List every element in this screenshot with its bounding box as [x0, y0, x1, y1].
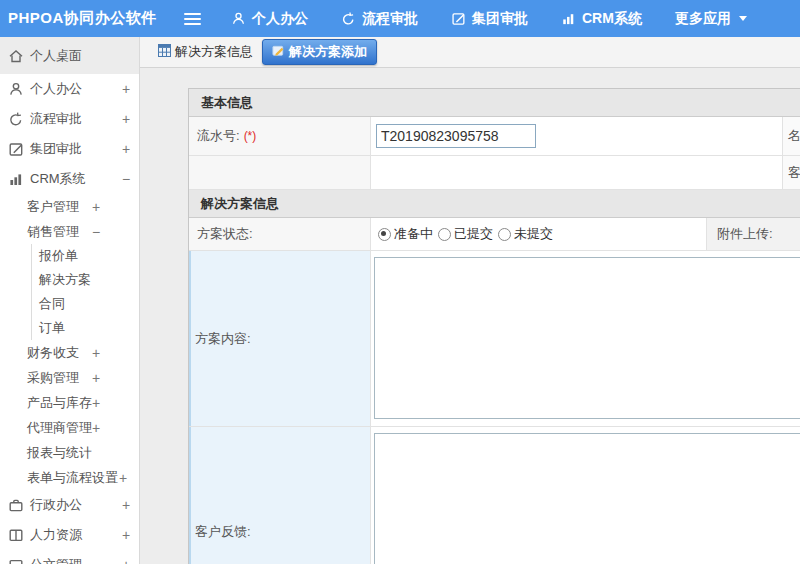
expand-toggle[interactable]: + — [119, 471, 127, 485]
radio-option-not-submitted[interactable]: 未提交 — [498, 225, 553, 243]
radio-selected-icon[interactable] — [378, 228, 391, 241]
sidebar-item-label: 产品与库存 — [27, 394, 92, 412]
briefcase-icon — [8, 497, 24, 513]
nav-item-group-approval[interactable]: 集团审批 — [451, 10, 528, 28]
sidebar-item-label: 代理商管理 — [27, 419, 92, 437]
radio-unselected-icon[interactable] — [498, 228, 511, 241]
sidebar-item-finance[interactable]: 财务收支 + — [0, 340, 139, 365]
section-header-solution-info: 解决方案信息 — [189, 190, 800, 218]
sidebar-item-group-approval[interactable]: 集团审批 + — [0, 134, 139, 164]
serial-value-cell — [371, 117, 783, 155]
radio-label: 未提交 — [514, 225, 553, 243]
sidebar-item-agent-management[interactable]: 代理商管理 + — [0, 415, 139, 440]
sidebar-item-quotation[interactable]: 报价单 — [0, 244, 139, 268]
nav-item-crm-system[interactable]: CRM系统 — [561, 10, 642, 28]
solution-form-panel: 基本信息 流水号: (*) 名称 客户 解决方案信息 方案状态: — [188, 88, 800, 564]
sidebar-item-label: 流程审批 — [30, 110, 82, 128]
hamburger-menu-icon[interactable] — [182, 6, 203, 32]
expand-toggle[interactable]: + — [92, 346, 100, 360]
attachment-label: 附件上传: — [717, 225, 773, 243]
expand-toggle[interactable]: + — [122, 112, 130, 126]
section-header-basic-info: 基本信息 — [189, 89, 800, 117]
add-button-label: 解决方案添加 — [289, 43, 367, 61]
collapse-toggle[interactable]: − — [122, 172, 130, 186]
sidebar-item-reports-statistics[interactable]: 报表与统计 — [0, 440, 139, 465]
tab-label: 解决方案信息 — [175, 43, 253, 61]
sidebar-item-contract[interactable]: 合同 — [0, 292, 139, 316]
empty-label-cell — [189, 156, 371, 189]
sidebar-item-label: 合同 — [39, 295, 65, 313]
sidebar-item-human-resources[interactable]: 人力资源 + — [0, 520, 139, 550]
expand-toggle[interactable]: + — [122, 558, 130, 564]
sidebar-item-customer-management[interactable]: 客户管理 + — [0, 194, 139, 219]
sidebar-item-label: 集团审批 — [30, 140, 82, 158]
feedback-textarea[interactable] — [374, 433, 800, 564]
solution-add-button[interactable]: 解决方案添加 — [262, 39, 377, 65]
sidebar-item-document-management[interactable]: 公文管理 + — [0, 550, 139, 564]
sidebar-item-order[interactable]: 订单 — [0, 316, 139, 340]
undo-arrow-icon — [8, 111, 24, 127]
sidebar-item-label: 解决方案 — [39, 271, 91, 289]
sidebar-item-personal-desktop[interactable]: 个人桌面 — [0, 37, 139, 74]
sidebar-item-label: 销售管理 — [27, 223, 79, 241]
main-content: 解决方案信息 解决方案添加 基本信息 流水号: (*) 名称 — [140, 37, 800, 564]
topbar: PHPOA协同办公软件 个人办公 流程审批 集团审批 CRM系统 — [0, 0, 800, 37]
radio-option-submitted[interactable]: 已提交 — [438, 225, 493, 243]
table-grid-icon — [158, 44, 171, 60]
sidebar-item-solution[interactable]: 解决方案 — [0, 268, 139, 292]
sidebar-item-label: 报表与统计 — [27, 444, 92, 462]
sidebar-item-purchasing[interactable]: 采购管理 + — [0, 365, 139, 390]
form-row-status: 方案状态: 准备中 已提交 未提交 附件上传: — [189, 218, 800, 251]
radio-unselected-icon[interactable] — [438, 228, 451, 241]
expand-toggle[interactable]: + — [92, 421, 100, 435]
document-icon — [8, 557, 24, 564]
sidebar-item-admin-office[interactable]: 行政办公 + — [0, 490, 139, 520]
collapse-toggle[interactable]: − — [92, 225, 100, 239]
person-icon — [8, 81, 24, 97]
expand-toggle[interactable]: + — [122, 142, 130, 156]
book-icon — [8, 527, 24, 543]
serial-label: 流水号: — [197, 127, 240, 145]
expand-toggle[interactable]: + — [122, 82, 130, 96]
nav-item-more-apps[interactable]: 更多应用 — [675, 10, 747, 28]
customer-label-cell: 客户 — [783, 156, 800, 189]
bar-chart-icon — [561, 11, 576, 26]
nav-label: CRM系统 — [582, 10, 642, 28]
sidebar-item-product-inventory[interactable]: 产品与库存 + — [0, 390, 139, 415]
expand-toggle[interactable]: + — [122, 498, 130, 512]
serial-number-input[interactable] — [376, 124, 536, 148]
expand-toggle[interactable]: + — [92, 200, 100, 214]
expand-toggle[interactable]: + — [122, 528, 130, 542]
customer-label: 客户 — [788, 164, 800, 182]
sidebar-item-personal-office[interactable]: 个人办公 + — [0, 74, 139, 104]
radio-option-preparing[interactable]: 准备中 — [378, 225, 433, 243]
person-icon — [231, 11, 246, 26]
sidebar-item-sales-management[interactable]: 销售管理 − — [0, 219, 139, 244]
tab-solution-info[interactable]: 解决方案信息 — [158, 43, 253, 61]
content-label-cell: 方案内容: — [189, 251, 371, 426]
content-textarea[interactable] — [374, 257, 800, 419]
nav-label: 更多应用 — [675, 10, 731, 28]
sidebar-item-crm-system[interactable]: CRM系统 − — [0, 164, 139, 194]
expand-toggle[interactable]: + — [92, 371, 100, 385]
expand-toggle[interactable]: + — [92, 396, 100, 410]
radio-label: 已提交 — [454, 225, 493, 243]
edit-square-icon — [451, 11, 466, 26]
feedback-label: 客户反馈: — [195, 523, 251, 541]
required-mark: (*) — [244, 129, 257, 143]
sidebar-item-label: 表单与流程设置 — [27, 469, 118, 487]
sidebar-item-workflow-approval[interactable]: 流程审批 + — [0, 104, 139, 134]
sidebar-item-label: 采购管理 — [27, 369, 79, 387]
nav-item-personal-office[interactable]: 个人办公 — [231, 10, 308, 28]
content-label: 方案内容: — [195, 330, 251, 348]
status-label-cell: 方案状态: — [189, 218, 371, 250]
empty-value-cell — [371, 156, 783, 189]
status-label: 方案状态: — [197, 225, 253, 243]
sidebar-item-form-workflow-settings[interactable]: 表单与流程设置 + — [0, 465, 139, 490]
nav-item-workflow-approval[interactable]: 流程审批 — [341, 10, 418, 28]
nav-label: 集团审批 — [472, 10, 528, 28]
content-editor-cell — [371, 251, 800, 426]
form-row-serial: 流水号: (*) 名称 — [189, 117, 800, 156]
sidebar-item-label: 人力资源 — [30, 526, 82, 544]
sidebar-item-label: 报价单 — [39, 247, 78, 265]
